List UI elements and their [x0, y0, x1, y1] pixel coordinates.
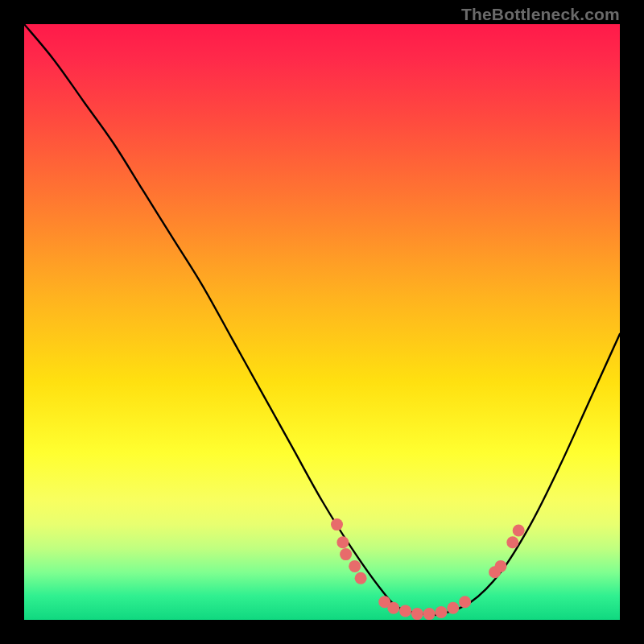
- marker-dot: [336, 536, 349, 548]
- marker-dot: [447, 602, 459, 614]
- marker-dot: [387, 602, 399, 614]
- bottleneck-curve: [24, 24, 620, 615]
- marker-dot: [506, 536, 518, 548]
- marker-dot: [459, 596, 471, 608]
- marker-dot: [436, 606, 448, 618]
- chart-svg: [24, 24, 620, 620]
- marker-dot: [331, 518, 343, 530]
- marker-dot: [513, 525, 525, 537]
- marker-dot: [495, 560, 507, 572]
- marker-dot: [399, 605, 411, 617]
- chart-frame: TheBottleneck.com: [0, 0, 644, 644]
- watermark-text: TheBottleneck.com: [461, 5, 620, 24]
- marker-dot: [355, 572, 367, 584]
- marker-dot: [340, 548, 352, 560]
- plot-area: [24, 24, 620, 620]
- marker-dot: [411, 608, 423, 620]
- marker-group: [331, 518, 525, 620]
- marker-dot: [423, 608, 436, 620]
- marker-dot: [349, 560, 361, 572]
